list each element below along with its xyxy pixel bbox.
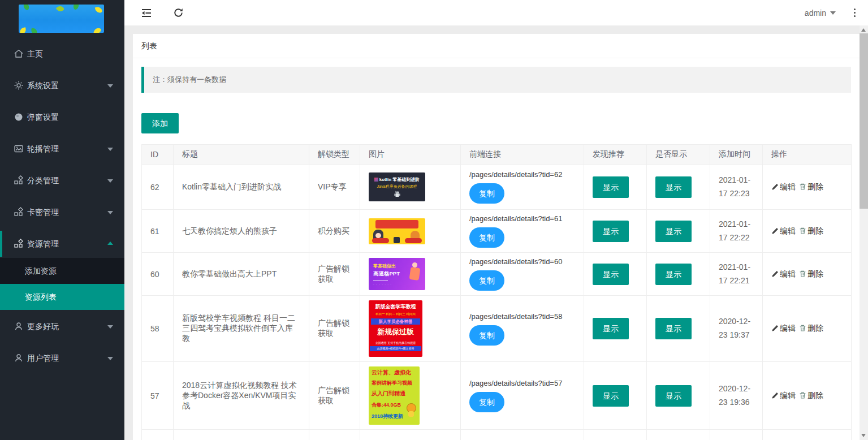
add-button[interactable]: 添加 (141, 113, 179, 133)
col-header-visible: 是否显示 (647, 145, 710, 165)
component-icon (14, 207, 24, 217)
banner-graphic (375, 220, 418, 228)
app-logo[interactable] (19, 5, 104, 33)
chevron-down-icon (107, 148, 113, 151)
delete-button[interactable]: 删除 (799, 323, 823, 333)
sidebar: 主页 系统设置 弹窗设置 轮播管理 分类管理 (0, 0, 124, 440)
leaf-decoration (72, 5, 80, 10)
cell-visible: 显示 (647, 296, 710, 362)
cell-frontend-link: /pages/details/details?tid=57 复制 (461, 362, 584, 430)
collapse-sidebar-icon[interactable] (140, 7, 153, 19)
pencil-icon (771, 392, 779, 399)
copy-button[interactable]: 复制 (469, 227, 504, 248)
sidebar-subitem-add-resource[interactable]: 添加资源 (0, 258, 124, 284)
cell-discover (584, 430, 647, 440)
leaf-decoration (56, 5, 64, 13)
sidebar-item-label: 轮播管理 (27, 144, 59, 153)
table-row: 58 新版驾校学车视频教程 科目一二三四驾考宝典模拟软件倒车入库教 广告解锁获取… (142, 296, 852, 362)
visible-show-button[interactable]: 显示 (655, 318, 692, 339)
col-header-image: 图片 (360, 145, 461, 165)
visible-show-button[interactable]: 显示 (655, 264, 692, 285)
component-icon (14, 175, 24, 186)
col-header-discover: 发现推荐 (584, 145, 647, 165)
copy-button[interactable]: 复制 (469, 392, 504, 412)
edit-button[interactable]: 编辑 (771, 391, 796, 400)
cell-title: 2018云计算虚拟化视频教程 技术参考Docker容器Xen/KVM项目实战 (174, 362, 309, 430)
sidebar-item-label: 用户管理 (27, 353, 59, 363)
discover-show-button[interactable]: 显示 (593, 176, 629, 198)
user-menu[interactable]: admin (805, 8, 836, 18)
home-icon (14, 49, 24, 59)
discover-show-button[interactable]: 显示 (593, 264, 629, 285)
edit-button[interactable]: 编辑 (771, 269, 796, 278)
cell-discover: 显示 (584, 362, 647, 430)
sidebar-subitem-resource-list[interactable]: 资源列表 (0, 284, 124, 310)
discover-show-button[interactable]: 显示 (593, 318, 629, 339)
vertical-scrollbar[interactable] (860, 25, 868, 440)
cell-unlock-type: VIP专享 (309, 165, 360, 210)
delete-button[interactable]: 删除 (799, 391, 823, 400)
sidebar-item-more-fun[interactable]: 更多好玩 (0, 316, 124, 337)
component-icon (14, 239, 24, 249)
card-title: 列表 (133, 34, 860, 58)
sidebar-nav: 主页 系统设置 弹窗设置 轮播管理 分类管理 (0, 43, 124, 254)
cell-discover: 显示 (584, 253, 647, 296)
cell-title (174, 430, 309, 440)
sidebar-item-label: 系统设置 (27, 81, 59, 90)
sidebar-item-popup-settings[interactable]: 弹窗设置 (0, 106, 124, 128)
scroll-up-arrow[interactable] (861, 28, 866, 32)
visible-show-button[interactable]: 显示 (655, 221, 692, 242)
chevron-down-icon (107, 211, 113, 214)
leaf-decoration (19, 27, 27, 33)
discover-show-button[interactable]: 显示 (593, 385, 629, 407)
frontend-link: /pages/details/details?tid=60 (469, 257, 575, 266)
col-header-title: 标题 (174, 145, 309, 165)
delete-button[interactable]: 删除 (799, 269, 823, 278)
discover-show-button[interactable]: 显示 (593, 221, 629, 242)
table-row: 57 2018云计算虚拟化视频教程 技术参考Docker容器Xen/KVM项目实… (142, 362, 852, 430)
copy-button[interactable]: 复制 (469, 325, 504, 346)
sidebar-item-category[interactable]: 分类管理 (0, 170, 124, 191)
sidebar-item-home[interactable]: 主页 (0, 43, 124, 64)
delete-button[interactable]: 删除 (799, 182, 823, 191)
visible-show-button[interactable]: 显示 (655, 385, 692, 407)
scroll-down-arrow[interactable] (861, 434, 866, 437)
sidebar-item-carousel[interactable]: 轮播管理 (0, 138, 124, 159)
cell-add-time: 2021-01-17 22:22 (710, 210, 763, 253)
sidebar-item-card-keys[interactable]: 卡密管理 (0, 201, 124, 223)
cell-image (360, 430, 461, 440)
kebab-menu-icon[interactable] (854, 8, 856, 17)
user-icon (14, 321, 24, 331)
edit-button[interactable]: 编辑 (771, 226, 796, 235)
cell-image: 新版全套学车教程 科目一 科目二 科目三 科目四 新人学员必备神器 新规保过版 … (360, 296, 461, 362)
sidebar-item-system-settings[interactable]: 系统设置 (0, 75, 124, 96)
copy-button[interactable]: 复制 (469, 270, 504, 291)
cloud-course-thumbnail: 云计算、虚拟化 案例讲解学习视频 从入门到精通 合集:44.0GB 2018持续… (369, 366, 420, 425)
cell-id: 61 (142, 210, 174, 253)
cell-discover: 显示 (584, 296, 647, 362)
table-row: 62 Kotlin零基础入门到进阶实战 VIP专享 kotlin 零基础到进阶 … (142, 165, 852, 210)
cell-frontend-link: /pages/details/details?tid=60 复制 (461, 253, 584, 296)
pencil-icon (771, 325, 779, 332)
cell-add-time: 2020-12-23 19:36 (710, 362, 763, 430)
cell-frontend-link: /pages/details/details?tid=58 复制 (461, 296, 584, 362)
pencil-icon (771, 183, 779, 191)
edit-button[interactable]: 编辑 (771, 323, 796, 333)
android-robot-icon (392, 190, 402, 199)
leaf-decoration (95, 6, 102, 14)
cell-add-time: 2021-01-17 22:23 (710, 165, 763, 210)
copy-button[interactable]: 复制 (469, 183, 504, 204)
refresh-icon[interactable] (172, 7, 184, 19)
visible-show-button[interactable]: 显示 (655, 176, 692, 198)
edit-button[interactable]: 编辑 (771, 182, 796, 191)
sidebar-item-label: 弹窗设置 (27, 113, 59, 122)
main-content: 列表 注：须保持有一条数据 添加 ID 标题 解锁类型 图片 前端连接 (124, 25, 860, 440)
scrollbar-thumb[interactable] (860, 33, 868, 209)
cell-title: Kotlin零基础入门到进阶实战 (174, 165, 309, 210)
sidebar-item-user-management[interactable]: 用户管理 (0, 347, 124, 369)
delete-button[interactable]: 删除 (799, 226, 823, 235)
cell-actions: 编辑删除 (763, 165, 852, 210)
cell-frontend-link: /pages/details/details?tid=62 复制 (461, 165, 584, 210)
sidebar-item-resources[interactable]: 资源管理 (0, 233, 124, 254)
trash-icon (799, 270, 806, 278)
